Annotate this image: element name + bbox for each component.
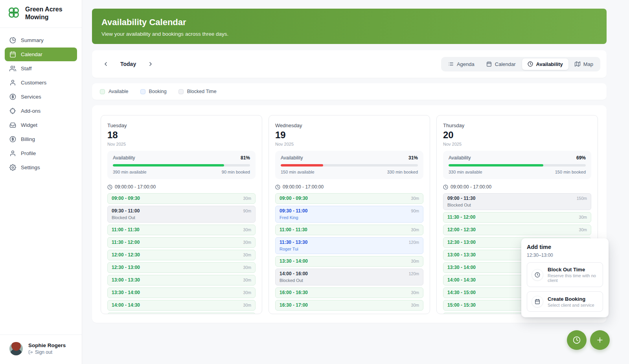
legend-swatch-booking [140, 89, 145, 94]
sidebar-item-staff[interactable]: Staff [5, 62, 77, 75]
availability-percent: 69% [576, 155, 586, 161]
working-hours: 09:00:00 - 17:00:00 [275, 184, 423, 190]
today-button[interactable]: Today [120, 61, 136, 67]
day-number: 20 [443, 130, 591, 141]
day-card-wednesday: Wednesday 19 Nov 2025 Availability 31% 1… [269, 115, 430, 314]
working-hours: 09:00:00 - 17:00:00 [443, 184, 591, 190]
time-slot[interactable]: 13:30 - 14:00 30m [107, 287, 256, 298]
calendar-toolbar: Today Agenda Calendar Availability Map [92, 50, 607, 78]
slot-time: 12:30 - 13:00 [112, 265, 140, 271]
popup-option-create-booking[interactable]: Create Booking Select client and service [527, 291, 603, 312]
time-slot[interactable]: 11:30 - 13:30 Roger Tui 120m [275, 237, 423, 254]
sidebar-item-calendar[interactable]: Calendar [5, 48, 77, 61]
sidebar-item-label: Add-ons [21, 108, 40, 114]
sidebar-item-label: Widget [21, 122, 37, 128]
slot-duration: 30m [243, 240, 251, 245]
next-day-button[interactable] [145, 58, 156, 70]
minutes-booked: 90 min booked [222, 170, 250, 174]
slot-duration: 30m [411, 302, 419, 308]
signout-button[interactable]: Sign out [28, 349, 66, 355]
legend-item-available: Available [100, 89, 129, 94]
time-slot[interactable]: 11:30 - 12:00 30m [443, 212, 591, 223]
time-slot[interactable]: 13:30 - 14:00 30m [275, 256, 423, 267]
sidebar-item-label: Settings [21, 165, 40, 170]
slot-duration: 30m [243, 196, 251, 201]
sidebar-item-customers[interactable]: Customers [5, 76, 77, 90]
time-slot[interactable]: 11:00 - 11:30 30m [275, 225, 423, 235]
working-hours-label: 09:00:00 - 17:00:00 [115, 184, 156, 190]
time-slot[interactable]: 12:30 - 13:00 30m [107, 262, 256, 273]
slot-duration: 30m [243, 227, 251, 233]
time-slot[interactable]: 14:00 - 14:30 30m [107, 300, 256, 311]
tab-map[interactable]: Map [569, 59, 599, 70]
day-name: Tuesday [107, 123, 256, 128]
plus-icon [596, 336, 604, 344]
brand: Green Acres Mowing [0, 0, 82, 28]
slot-time: 11:00 - 11:30 [280, 227, 307, 233]
tab-calendar[interactable]: Calendar [481, 59, 521, 70]
sidebar-item-label: Staff [21, 66, 32, 71]
option-icon-wrap [532, 296, 543, 307]
slot-time: 14:00 - 14:30 [112, 302, 140, 308]
time-slot[interactable]: 09:00 - 09:30 30m [107, 193, 256, 204]
slot-duration: 30m [579, 227, 587, 233]
legend-swatch-available [100, 89, 105, 94]
popup-option-block-out-time[interactable]: Block Out Time Reserve this time with no… [527, 262, 603, 287]
tab-availability[interactable]: Availability [522, 59, 568, 70]
avatar[interactable] [9, 342, 23, 355]
slot-duration: 30m [411, 196, 419, 201]
availability-percent: 31% [408, 155, 418, 161]
sidebar-item-settings[interactable]: Settings [5, 161, 77, 174]
slot-time: 13:00 - 13:30 [112, 277, 140, 283]
time-slot[interactable]: 11:00 - 11:30 30m [107, 225, 256, 235]
option-description: Reserve this time with no client [548, 273, 598, 283]
option-icon-wrap [532, 269, 543, 281]
user-icon [9, 150, 16, 157]
slot-time: 16:30 - 17:00 [280, 302, 308, 308]
time-slot[interactable]: 14:00 - 16:00 Blocked Out 120m [275, 269, 423, 285]
add-fab[interactable] [590, 330, 610, 350]
map-icon [575, 61, 580, 67]
tab-agenda[interactable]: Agenda [443, 59, 480, 70]
time-slot[interactable]: 14:30 - 15:00 30m [107, 313, 256, 314]
clock-icon [275, 185, 280, 190]
brand-name: Green Acres Mowing [25, 5, 68, 21]
availability-fab[interactable] [567, 330, 587, 350]
availability-percent: 81% [241, 155, 250, 161]
sidebar-item-label: Profile [21, 150, 36, 156]
slot-duration: 30m [243, 252, 251, 258]
slot-time: 12:00 - 12:30 [112, 252, 140, 258]
calendar-icon [486, 61, 492, 67]
previous-day-button[interactable] [100, 58, 112, 70]
time-slot[interactable]: 09:30 - 11:00 Blocked Out 90m [107, 206, 256, 223]
sidebar-item-services[interactable]: Services [5, 90, 77, 104]
sidebar-item-add-ons[interactable]: Add-ons [5, 104, 77, 118]
sidebar-item-profile[interactable]: Profile [5, 146, 77, 160]
slot-duration: 30m [243, 302, 251, 308]
slot-time: 11:30 - 13:30 [280, 240, 307, 245]
day-month: Nov 2025 [275, 142, 423, 146]
time-slot[interactable]: 09:00 - 09:30 30m [275, 193, 423, 204]
time-slot[interactable]: 11:30 - 12:00 30m [107, 237, 256, 248]
time-slot[interactable]: 13:00 - 13:30 30m [107, 275, 256, 285]
time-slot[interactable]: 09:30 - 11:00 Fred King 90m [275, 206, 423, 223]
sidebar-item-summary[interactable]: Summary [5, 33, 77, 47]
signout-icon [28, 350, 33, 355]
sidebar-item-widget[interactable]: Widget [5, 118, 77, 132]
day-name: Wednesday [275, 123, 423, 128]
availability-summary: Availability 31% 150 min available 330 m… [275, 151, 423, 179]
clock-icon [443, 185, 448, 190]
user-name: Sophie Rogers [28, 342, 66, 348]
slot-duration: 30m [243, 277, 251, 283]
availability-label: Availability [449, 155, 471, 161]
time-slot[interactable]: 09:00 - 11:30 Blocked Out 150m [443, 193, 591, 210]
time-slot[interactable]: 16:30 - 17:00 30m [275, 300, 423, 311]
availability-summary: Availability 69% 330 min available 150 m… [443, 151, 591, 179]
slot-time: 09:00 - 09:30 [280, 196, 308, 201]
gear-icon [9, 164, 16, 171]
time-slot[interactable]: 12:00 - 12:30 30m [107, 250, 256, 260]
time-slot[interactable]: 12:00 - 12:30 30m [443, 225, 591, 235]
calendar-icon [535, 299, 540, 304]
time-slot[interactable]: 16:00 - 16:30 30m [275, 287, 423, 298]
sidebar-item-billing[interactable]: Billing [5, 132, 77, 146]
